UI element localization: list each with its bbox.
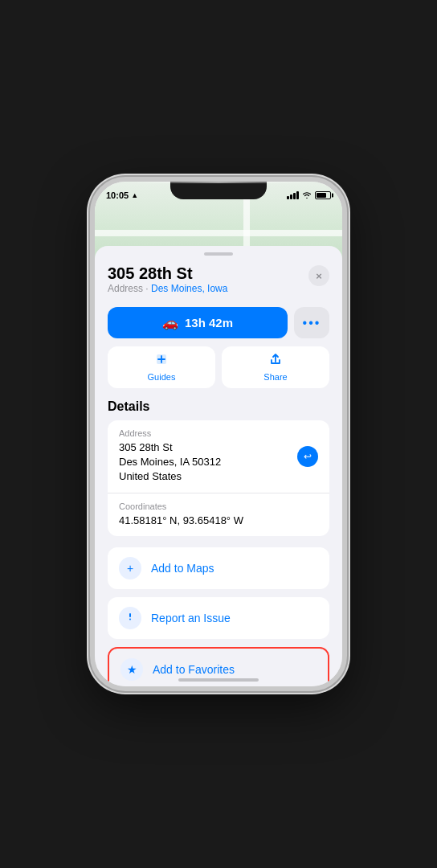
add-to-favorites-label: Add to Favorites	[153, 663, 235, 676]
drive-row: 🚗 13h 42m •••	[108, 307, 329, 338]
phone-frame: 10:05 ▲	[90, 177, 347, 691]
add-to-maps-container: + Add to Maps	[108, 547, 329, 589]
bottom-sheet: 305 28th St Address · Des Moines, Iowa ×…	[95, 246, 342, 686]
location-icon: ▲	[131, 191, 138, 199]
signal-bar-1	[287, 196, 289, 199]
report-issue-icon-circle	[119, 607, 141, 629]
add-to-maps-label: Add to Maps	[151, 562, 214, 575]
signal-bars	[287, 191, 299, 199]
address-detail-row: Address 305 28th St Des Moines, IA 50312…	[108, 420, 329, 493]
address-value: 305 28th St Des Moines, IA 50312 United …	[119, 440, 318, 485]
add-to-maps-item[interactable]: + Add to Maps	[108, 547, 329, 589]
details-section-title: Details	[108, 399, 329, 414]
add-to-maps-icon-circle: +	[119, 557, 141, 579]
sheet-content: 305 28th St Address · Des Moines, Iowa ×…	[95, 256, 342, 686]
report-issue-bang-icon	[125, 611, 136, 624]
close-icon: ×	[316, 270, 322, 282]
home-indicator	[178, 678, 259, 682]
drive-car-icon: 🚗	[162, 315, 178, 330]
coordinates-label: Coordinates	[119, 502, 318, 511]
details-card: Address 305 28th St Des Moines, IA 50312…	[108, 420, 329, 536]
drive-button[interactable]: 🚗 13h 42m	[108, 307, 288, 338]
favorites-star-icon: ★	[127, 663, 137, 676]
subtitle: Address · Des Moines, Iowa	[108, 283, 227, 294]
add-to-maps-plus-icon: +	[127, 562, 133, 575]
location-title: 305 28th St	[108, 264, 227, 283]
report-issue-item[interactable]: Report an Issue	[108, 597, 329, 639]
guides-button[interactable]: Guides	[108, 346, 215, 388]
drive-time: 13h 42m	[185, 316, 233, 330]
share-icon	[269, 353, 282, 369]
battery-fill	[317, 193, 326, 198]
header-row: 305 28th St Address · Des Moines, Iowa ×	[108, 264, 329, 304]
subtitle-prefix: Address ·	[108, 283, 151, 294]
report-issue-label: Report an Issue	[151, 612, 231, 624]
address-label: Address	[119, 428, 318, 438]
svg-rect-4	[129, 613, 131, 617]
status-icons	[287, 190, 331, 200]
signal-bar-2	[290, 194, 292, 199]
address-line2: Des Moines, IA 50312	[119, 455, 318, 469]
guides-icon	[155, 353, 168, 369]
guides-label: Guides	[148, 372, 176, 382]
add-to-favorites-icon-circle: ★	[120, 658, 143, 681]
subtitle-city: Des Moines, Iowa	[151, 283, 227, 294]
actions-row: Guides Share	[108, 346, 329, 388]
battery-icon	[315, 191, 331, 199]
svg-rect-5	[129, 619, 131, 620]
more-dots-icon: •••	[303, 316, 321, 330]
report-issue-container: Report an Issue	[108, 597, 329, 639]
address-line3: United States	[119, 469, 318, 484]
notch	[170, 182, 267, 199]
status-time: 10:05	[106, 190, 129, 200]
wifi-icon	[302, 190, 312, 200]
title-group: 305 28th St Address · Des Moines, Iowa	[108, 264, 227, 304]
address-line1: 305 28th St	[119, 440, 318, 455]
directions-icon[interactable]: ↩	[297, 446, 318, 467]
map-road-horizontal	[95, 230, 342, 236]
more-button[interactable]: •••	[294, 307, 329, 338]
coordinates-detail-row: Coordinates 41.58181° N, 93.65418° W	[108, 493, 329, 536]
share-button[interactable]: Share	[222, 346, 329, 388]
share-label: Share	[263, 372, 287, 382]
close-button[interactable]: ×	[308, 265, 329, 286]
coordinates-value: 41.58181° N, 93.65418° W	[119, 514, 318, 528]
directions-arrow-icon: ↩	[304, 451, 312, 462]
signal-bar-4	[296, 191, 299, 199]
signal-bar-3	[293, 193, 296, 199]
